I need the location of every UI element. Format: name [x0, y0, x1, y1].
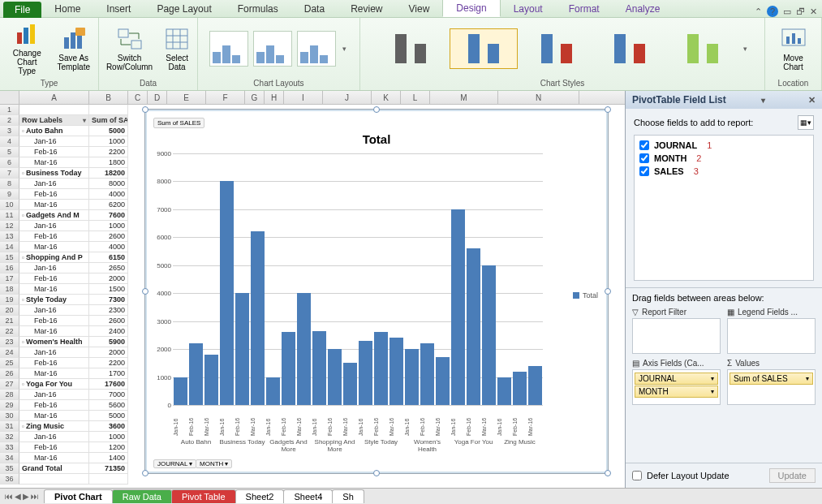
row-header[interactable]: 11 [0, 210, 19, 221]
cell[interactable]: 2200 [89, 147, 128, 157]
row-header[interactable]: 24 [0, 347, 19, 358]
col-header-L[interactable]: L [401, 91, 430, 104]
cell[interactable]: Row Labels▾ [19, 115, 89, 126]
row-header[interactable]: 21 [0, 316, 19, 326]
save-template-button[interactable]: Save AsTemplate [54, 24, 93, 73]
tab-design[interactable]: Design [442, 0, 500, 17]
area-chip[interactable]: MONTH▾ [635, 386, 718, 398]
row-header[interactable]: 35 [0, 463, 19, 474]
sheet-last-icon[interactable]: ⏭ [31, 492, 39, 501]
area-chip[interactable]: JOURNAL▾ [635, 373, 718, 385]
bar[interactable] [220, 181, 234, 405]
tab-review[interactable]: Review [338, 1, 395, 17]
row-header[interactable]: 36 [0, 474, 19, 485]
row-header[interactable]: 10 [0, 200, 19, 210]
select-data-button[interactable]: SelectData [161, 24, 193, 73]
row-header[interactable]: 7 [0, 168, 19, 179]
layouts-more-icon[interactable]: ▾ [341, 45, 348, 53]
cell[interactable]: Gadgets And M [19, 210, 89, 221]
cell[interactable]: Feb-16 [19, 358, 89, 368]
col-header-D[interactable]: D [148, 91, 167, 104]
select-all-corner[interactable] [0, 91, 19, 104]
row-header[interactable]: 14 [0, 242, 19, 252]
col-header-N[interactable]: N [498, 91, 579, 104]
cell[interactable]: 2400 [89, 326, 128, 337]
field-list-close-icon[interactable]: ✕ [808, 95, 816, 106]
pivot-chart[interactable]: Sum of SALES Total 010002000300040005000… [144, 109, 609, 474]
bar[interactable] [528, 366, 542, 405]
cell[interactable]: 1700 [89, 368, 128, 379]
row-header[interactable]: 26 [0, 368, 19, 379]
bar[interactable] [359, 341, 372, 405]
cell[interactable]: 1000 [89, 221, 128, 231]
cell[interactable]: Jan-16 [19, 179, 89, 189]
area-values[interactable]: ΣValues Sum of SALES▾ [727, 357, 816, 405]
bar[interactable] [420, 343, 434, 405]
row-header[interactable]: 32 [0, 432, 19, 442]
cell[interactable]: Mar-16 [19, 453, 89, 463]
filter-icon[interactable]: ▾ [83, 115, 86, 126]
sheet-prev-icon[interactable]: ◀ [15, 492, 21, 501]
bar[interactable] [343, 363, 357, 405]
plot-area[interactable]: 0100020003000400050006000700080009000 [173, 153, 543, 405]
row-header[interactable]: 30 [0, 411, 19, 421]
cell[interactable]: Jan-16 [19, 390, 89, 400]
tab-view[interactable]: View [396, 1, 443, 17]
cell[interactable]: 3600 [89, 421, 128, 432]
cell[interactable]: 2000 [89, 274, 128, 284]
chart-value-field-button[interactable]: Sum of SALES [153, 118, 204, 128]
cell[interactable]: Sum of SA [89, 115, 128, 126]
tab-pagelayout[interactable]: Page Layout [144, 1, 224, 17]
cell[interactable]: 1000 [89, 136, 128, 147]
tab-data[interactable]: Data [291, 1, 338, 17]
tab-analyze[interactable]: Analyze [613, 1, 674, 17]
sheet-tab[interactable]: Pivot Chart [44, 489, 113, 503]
cell[interactable]: 7600 [89, 210, 128, 221]
bar[interactable] [174, 377, 187, 405]
update-button[interactable]: Update [769, 468, 816, 483]
cell[interactable]: 1400 [89, 453, 128, 463]
col-header-H[interactable]: H [265, 91, 284, 104]
sheet-tab[interactable]: Sheet4 [283, 489, 333, 503]
cell[interactable]: Jan-16 [19, 305, 89, 316]
cell[interactable]: 4000 [89, 242, 128, 252]
row-header[interactable]: 25 [0, 358, 19, 368]
field-list-layout-button[interactable]: ▦▾ [798, 115, 814, 130]
chart-layout-thumb[interactable] [297, 31, 336, 67]
chart-layout-thumb[interactable] [253, 31, 292, 67]
bar[interactable] [297, 293, 311, 405]
chart-style-thumb[interactable] [596, 28, 664, 69]
cell[interactable]: 6150 [89, 252, 128, 263]
field-item[interactable]: MONTH2 [639, 152, 808, 165]
cell[interactable]: 2650 [89, 263, 128, 274]
cell[interactable]: Feb-16 [19, 316, 89, 326]
cell[interactable]: Feb-16 [19, 147, 89, 157]
sheet-next-icon[interactable]: ▶ [23, 492, 29, 501]
sheet-tab[interactable]: Sh [332, 489, 364, 503]
row-header[interactable]: 2 [0, 115, 19, 126]
col-header-I[interactable]: I [284, 91, 323, 104]
bar[interactable] [312, 331, 326, 405]
cell[interactable]: Mar-16 [19, 326, 89, 337]
file-tab[interactable]: File [3, 2, 41, 18]
cell[interactable] [89, 474, 128, 485]
switch-row-col-button[interactable]: SwitchRow/Column [103, 24, 156, 73]
grid[interactable]: ABCDEFGHIJKLMN 12Row Labels▾Sum of SA3Au… [0, 91, 625, 488]
bar[interactable] [235, 293, 249, 405]
col-header-B[interactable]: B [89, 91, 128, 104]
cell[interactable]: Mar-16 [19, 411, 89, 421]
chart-filter-journal[interactable]: JOURNAL▾ [153, 459, 196, 468]
row-header[interactable]: 34 [0, 453, 19, 463]
row-header[interactable]: 4 [0, 136, 19, 147]
cell[interactable]: Women's Health [19, 337, 89, 347]
cell[interactable]: Jan-16 [19, 432, 89, 442]
field-item[interactable]: JOURNAL1 [639, 139, 808, 152]
area-chip[interactable]: Sum of SALES▾ [729, 373, 813, 385]
bar[interactable] [482, 265, 496, 405]
chart-style-thumb[interactable] [450, 28, 518, 69]
row-header[interactable]: 23 [0, 337, 19, 347]
cell[interactable]: Feb-16 [19, 442, 89, 453]
row-header[interactable]: 31 [0, 421, 19, 432]
change-chart-type-button[interactable]: ChangeChart Type [5, 19, 49, 77]
minimize-icon[interactable]: ▭ [783, 6, 791, 17]
